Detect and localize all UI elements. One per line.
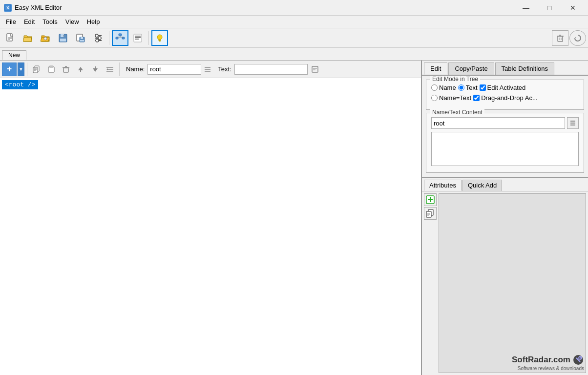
tab-attributes[interactable]: Attributes (424, 180, 462, 191)
move-down-btn[interactable] (88, 62, 102, 76)
attr-buttons (424, 193, 437, 373)
svg-rect-10 (60, 39, 66, 42)
checkbox-dragdrop[interactable] (473, 95, 480, 101)
minimize-btn[interactable]: — (515, 1, 537, 15)
add-node-btn[interactable]: + (2, 62, 17, 76)
add-attr-btn[interactable] (424, 193, 437, 206)
svg-text:↑: ↑ (45, 38, 46, 41)
move-up-btn[interactable] (74, 62, 87, 76)
name-text-group: Name/Text Content (426, 113, 584, 173)
checkbox-edit-activated[interactable] (480, 84, 486, 91)
checkbox-edit-activated-label: Edit Activated (487, 84, 526, 91)
save-special-btn[interactable] (72, 30, 89, 46)
app-icon: X (4, 4, 12, 12)
svg-point-17 (95, 34, 98, 37)
name-text-title: Name/Text Content (430, 109, 484, 116)
wrap-btn[interactable] (310, 62, 320, 76)
attr-list (439, 193, 586, 373)
close-btn[interactable]: ✕ (562, 1, 584, 15)
tree-area[interactable]: <root /> (0, 78, 421, 375)
refresh-btn[interactable] (569, 30, 586, 46)
delete-toolbar-btn[interactable] (552, 30, 568, 46)
text-view-btn[interactable] (129, 30, 146, 46)
indent-btn[interactable] (103, 62, 117, 76)
svg-rect-14 (81, 37, 83, 39)
svg-marker-54 (93, 68, 98, 72)
svg-point-21 (96, 39, 99, 42)
attr-content: SoftRadar.com Software reviews & downloa… (422, 191, 588, 375)
svg-rect-49 (63, 68, 68, 72)
left-panel: + ▼ (0, 61, 422, 375)
radio-nametext[interactable] (431, 95, 438, 101)
radio-nametext-item[interactable]: Name=Text (431, 94, 471, 102)
open-recent-btn[interactable]: ↑ (37, 30, 54, 46)
root-node[interactable]: <root /> (2, 80, 38, 89)
name-label: Name: (126, 65, 145, 73)
attr-tabs: Attributes Quick Add (422, 178, 588, 191)
svg-rect-15 (80, 40, 84, 42)
svg-rect-53 (80, 70, 81, 72)
name-input-row (431, 117, 579, 129)
radio-row-2: Name=Text Drag-and-Drop Ac... (431, 94, 579, 102)
svg-rect-55 (95, 66, 96, 68)
add-dropdown-btn[interactable]: ▼ (18, 62, 24, 76)
node-toolbar: + ▼ (0, 61, 421, 78)
hint-btn[interactable] (151, 30, 168, 46)
sep2 (148, 31, 149, 45)
right-tabs: Edit Copy/Paste Table Definitions (422, 61, 588, 76)
node-sep1 (27, 62, 27, 76)
radio-name-item[interactable]: Name (431, 84, 456, 91)
svg-point-19 (98, 37, 101, 40)
radio-text-item[interactable]: Text (458, 84, 478, 91)
save-btn[interactable] (55, 30, 71, 46)
node-text-input[interactable] (234, 64, 308, 75)
tab-quickadd[interactable]: Quick Add (462, 180, 502, 191)
menu-tools[interactable]: Tools (39, 17, 61, 26)
menu-help[interactable]: Help (83, 17, 104, 26)
maximize-btn[interactable]: □ (538, 1, 561, 15)
app-title: Easy XML Editor (15, 4, 62, 11)
tree-view-btn[interactable] (112, 30, 128, 46)
copy-attr-btn[interactable] (424, 207, 437, 220)
svg-rect-48 (49, 66, 53, 67)
svg-rect-47 (48, 67, 54, 72)
menu-file[interactable]: File (2, 17, 20, 26)
new-file-btn[interactable] (2, 30, 19, 46)
tab-tabledefs[interactable]: Table Definitions (495, 62, 554, 75)
title-bar: X Easy XML Editor — □ ✕ (0, 0, 588, 16)
copy-node-btn[interactable] (30, 62, 43, 76)
tab-copypaste[interactable]: Copy/Paste (448, 62, 494, 75)
svg-rect-34 (159, 41, 161, 42)
radio-nametext-label: Name=Text (439, 94, 471, 102)
edit-mode-title: Edit Mode in Tree (430, 76, 480, 83)
menu-view[interactable]: View (62, 17, 83, 26)
text-label: Text: (218, 65, 231, 73)
window-controls: — □ ✕ (515, 1, 584, 15)
content-area: + ▼ (0, 61, 588, 375)
radio-text[interactable] (458, 84, 464, 91)
title-bar-left: X Easy XML Editor (4, 4, 62, 12)
radio-name-label: Name (439, 84, 456, 91)
properties-btn[interactable] (90, 30, 106, 46)
menu-edit[interactable]: Edit (20, 17, 39, 26)
checkbox-dragdrop-item[interactable]: Drag-and-Drop Ac... (473, 94, 538, 102)
name-text-input[interactable] (431, 117, 565, 129)
open-btn[interactable] (20, 30, 36, 46)
tab-new[interactable]: New (2, 50, 26, 60)
paste-node-btn[interactable] (44, 62, 58, 76)
checkbox-edit-activated-item[interactable]: Edit Activated (480, 84, 526, 91)
delete-node-btn[interactable] (59, 62, 73, 76)
svg-rect-35 (558, 36, 563, 42)
svg-marker-59 (106, 68, 108, 70)
sep1 (109, 31, 109, 45)
node-name-input[interactable] (147, 64, 201, 75)
radio-name[interactable] (431, 84, 438, 91)
tab-edit[interactable]: Edit (424, 62, 447, 75)
svg-marker-52 (78, 67, 83, 70)
svg-rect-24 (122, 37, 125, 39)
text-content-area[interactable] (431, 132, 579, 166)
name-list-btn[interactable] (567, 117, 579, 129)
menu-bar: File Edit Tools View Help (0, 16, 588, 28)
svg-marker-40 (575, 37, 576, 38)
node-list-btn[interactable] (202, 62, 213, 76)
